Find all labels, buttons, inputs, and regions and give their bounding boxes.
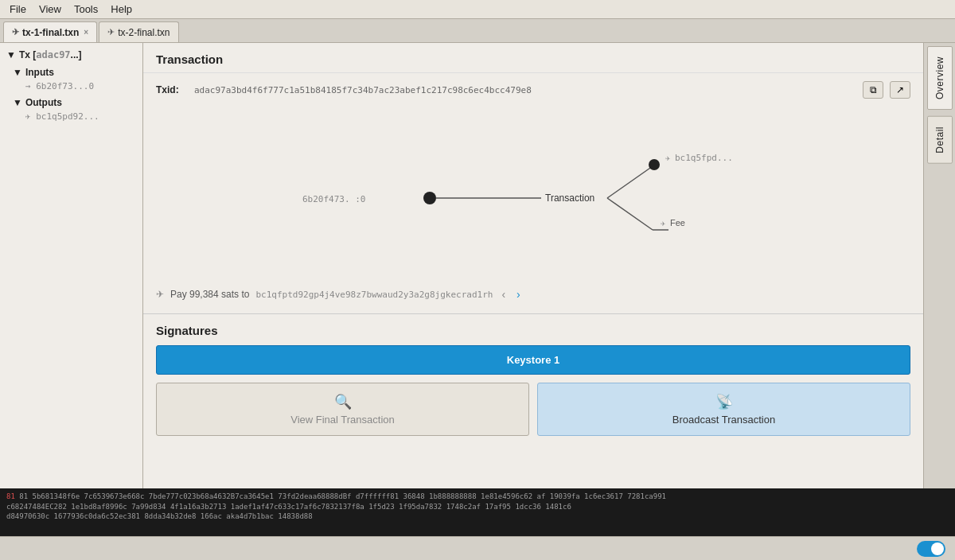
hex-normal-1: 81 5b681348f6e 7c6539673e668c 7bde777c02… — [19, 492, 666, 500]
menu-view[interactable]: View — [33, 2, 68, 17]
broadcast-btn-icon: 📡 — [715, 393, 733, 410]
tab-tx2-icon: ✈ — [107, 27, 115, 37]
graph-fee-label: Fee — [670, 218, 685, 228]
content-area: Transaction Txid: adac97a3bd4f6f777c1a51… — [143, 43, 923, 488]
sidebar-input-item[interactable]: → 6b20f73...0 — [13, 80, 136, 92]
view-btn-icon: 🔍 — [334, 393, 352, 410]
open-explorer-button[interactable]: ↗ — [890, 81, 910, 99]
graph-output1-node — [649, 159, 660, 170]
sidebar-tx-text: Tx [adac97...] — [19, 49, 82, 60]
graph-area: 6b20f473. :0 Transaction ✈ bc1q5fpd... ✈… — [143, 107, 923, 282]
main-container: ▼ Tx [adac97...] ▼ Inputs → 6b20f73...0 … — [0, 43, 955, 488]
graph-output1-label: bc1q5fpd... — [675, 153, 733, 163]
menubar: File View Tools Help — [0, 0, 955, 19]
tab-tx2-label: tx-2-final.txn — [118, 27, 170, 38]
payment-text: Pay 99,384 sats to — [170, 289, 249, 300]
hex-normal-2: c68247484EC282 1e1bd8af8996c 7a99d834 4f… — [6, 503, 571, 511]
hex-highlight-1: 81 — [6, 492, 15, 500]
inputs-label: Inputs — [25, 67, 54, 78]
hex-line-3: d84970630c 1677936c0da6c52ec381 8dda34b3… — [6, 511, 949, 522]
sidebar-inputs-section: ▼ Inputs → 6b20f73...0 — [0, 64, 142, 94]
next-arrow[interactable]: › — [514, 288, 523, 301]
graph-input-label: 6b20f473. :0 — [302, 194, 365, 204]
sidebar-output-value: ✈ bc1q5pd92... — [25, 111, 99, 122]
view-final-transaction-button[interactable]: 🔍 View Final Transaction — [156, 383, 529, 436]
keystore-button[interactable]: Keystore 1 — [156, 345, 910, 375]
toggle-switch[interactable] — [917, 541, 945, 557]
sidebar-tx-label: ▼ Tx [adac97...] — [0, 46, 142, 64]
menu-help[interactable]: Help — [104, 2, 138, 17]
txid-row: Txid: adac97a3bd4f6f777c1a51b84185f7c34b… — [143, 73, 923, 107]
tab-tx1-label: tx-1-final.txn — [22, 27, 79, 38]
graph-line-output2 — [607, 198, 653, 230]
sidebar-output-item[interactable]: ✈ bc1q5pd92... — [13, 110, 136, 122]
prev-arrow[interactable]: ‹ — [499, 288, 508, 301]
tabbar: ✈ tx-1-final.txn × ✈ tx-2-final.txn — [0, 19, 955, 43]
tab-tx2[interactable]: ✈ tx-2-final.txn — [99, 21, 178, 42]
transaction-section-header: Transaction — [143, 43, 923, 73]
transaction-graph: 6b20f473. :0 Transaction ✈ bc1q5fpd... ✈… — [294, 122, 772, 266]
graph-line-output1 — [607, 166, 653, 198]
right-panel-detail-tab[interactable]: Detail — [927, 116, 953, 164]
menu-file[interactable]: File — [3, 2, 33, 17]
sidebar-input-value: → 6b20f73...0 — [25, 81, 94, 91]
graph-output1-icon: ✈ — [665, 154, 670, 162]
graph-tx-label: Transaction — [545, 192, 594, 204]
sidebar-inputs-header[interactable]: ▼ Inputs — [13, 65, 136, 80]
broadcast-btn-label: Broadcast Transaction — [672, 414, 775, 426]
copy-txid-button[interactable]: ⧉ — [863, 81, 883, 99]
status-bar — [0, 536, 955, 560]
outputs-collapse-icon: ▼ — [13, 97, 22, 108]
sidebar-expand-icon: ▼ — [6, 49, 16, 60]
sidebar-tx-hash: adac97 — [36, 49, 70, 60]
signatures-section: Signatures Keystore 1 🔍 View Final Trans… — [143, 313, 923, 445]
signatures-header: Signatures — [156, 324, 910, 337]
action-buttons: 🔍 View Final Transaction 📡 Broadcast Tra… — [156, 383, 910, 436]
tab-tx1[interactable]: ✈ tx-1-final.txn × — [3, 21, 97, 42]
sidebar-outputs-header[interactable]: ▼ Outputs — [13, 95, 136, 110]
graph-input-node — [423, 192, 436, 204]
view-btn-label: View Final Transaction — [290, 414, 395, 426]
right-panel: Overview Detail — [923, 43, 955, 488]
broadcast-transaction-button[interactable]: 📡 Broadcast Transaction — [537, 383, 910, 436]
txid-label: Txid: — [156, 84, 188, 95]
payment-icon: ✈ — [156, 289, 164, 300]
hex-strip: 81 81 5b681348f6e 7c6539673e668c 7bde777… — [0, 488, 955, 536]
transaction-title: Transaction — [156, 52, 223, 66]
toggle-knob — [931, 542, 944, 555]
sidebar: ▼ Tx [adac97...] ▼ Inputs → 6b20f73...0 … — [0, 43, 143, 488]
graph-fee-icon: ✈ — [661, 219, 665, 228]
sidebar-outputs-section: ▼ Outputs ✈ bc1q5pd92... — [0, 94, 142, 124]
txid-value: adac97a3bd4f6f777c1a51b84185f7c34b7ac23a… — [194, 85, 856, 95]
tab-tx1-icon: ✈ — [12, 27, 19, 37]
menu-tools[interactable]: Tools — [68, 2, 104, 17]
hex-normal-3: d84970630c 1677936c0da6c52ec381 8dda34b3… — [6, 512, 313, 520]
payment-address: bc1qfptd92gp4j4ve98z7bwwaud2y3a2g8jgkecr… — [255, 290, 493, 300]
tab-tx1-close[interactable]: × — [84, 28, 88, 37]
inputs-collapse-icon: ▼ — [13, 67, 22, 78]
right-panel-overview-tab[interactable]: Overview — [927, 46, 953, 110]
payment-description: ✈ Pay 99,384 sats to bc1qfptd92gp4j4ve98… — [143, 282, 923, 313]
hex-line-1: 81 81 5b681348f6e 7c6539673e668c 7bde777… — [6, 492, 949, 502]
hex-line-2: c68247484EC282 1e1bd8af8996c 7a99d834 4f… — [6, 502, 949, 512]
outputs-label: Outputs — [25, 97, 62, 108]
